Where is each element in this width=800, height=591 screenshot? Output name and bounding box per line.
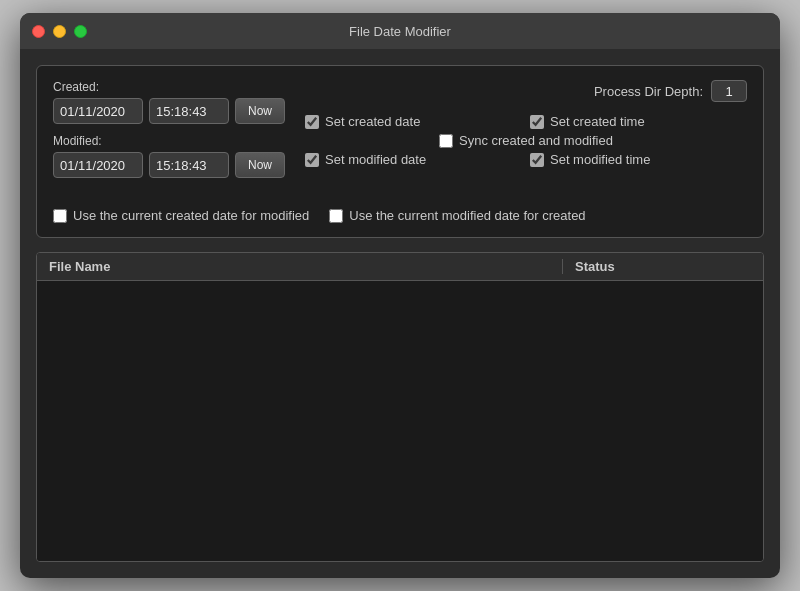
- set-modified-date-label: Set modified date: [325, 152, 426, 167]
- content-area: Created: Now Modified: Now P: [20, 49, 780, 578]
- bottom-options: Use the current created date for modifie…: [53, 198, 747, 223]
- set-created-time-label: Set created time: [550, 114, 645, 129]
- set-created-date-row[interactable]: Set created date: [305, 114, 522, 129]
- right-section: Process Dir Depth: Set created date Set …: [305, 80, 747, 188]
- window-title: File Date Modifier: [349, 24, 451, 39]
- sync-created-modified-row[interactable]: Sync created and modified: [305, 133, 747, 148]
- use-created-for-modified-label: Use the current created date for modifie…: [73, 208, 309, 223]
- created-date-input[interactable]: [53, 98, 143, 124]
- close-button[interactable]: [32, 25, 45, 38]
- table-body: [37, 281, 763, 561]
- sync-created-modified-label: Sync created and modified: [459, 133, 613, 148]
- maximize-button[interactable]: [74, 25, 87, 38]
- use-created-for-modified-checkbox[interactable]: [53, 209, 67, 223]
- titlebar: File Date Modifier: [20, 13, 780, 49]
- use-modified-for-created-label: Use the current modified date for create…: [349, 208, 585, 223]
- use-modified-for-created-checkbox[interactable]: [329, 209, 343, 223]
- main-window: File Date Modifier Created: Now Modified…: [20, 13, 780, 578]
- modified-time-input[interactable]: [149, 152, 229, 178]
- created-time-input[interactable]: [149, 98, 229, 124]
- top-panel-inner: Created: Now Modified: Now P: [53, 80, 747, 188]
- set-created-time-row[interactable]: Set created time: [530, 114, 747, 129]
- process-dir-label: Process Dir Depth:: [594, 84, 703, 99]
- created-now-button[interactable]: Now: [235, 98, 285, 124]
- created-date-row: Now: [53, 98, 285, 124]
- process-dir-row: Process Dir Depth:: [305, 80, 747, 102]
- process-dir-input[interactable]: [711, 80, 747, 102]
- set-modified-date-row[interactable]: Set modified date: [305, 152, 522, 167]
- top-panel: Created: Now Modified: Now P: [36, 65, 764, 238]
- modified-label: Modified:: [53, 134, 285, 148]
- minimize-button[interactable]: [53, 25, 66, 38]
- use-created-for-modified-row[interactable]: Use the current created date for modifie…: [53, 208, 309, 223]
- set-modified-time-label: Set modified time: [550, 152, 650, 167]
- set-created-date-label: Set created date: [325, 114, 420, 129]
- col-filename: File Name: [37, 259, 563, 274]
- created-label: Created:: [53, 80, 285, 94]
- modified-date-row: Now: [53, 152, 285, 178]
- table-header: File Name Status: [37, 253, 763, 281]
- traffic-lights: [32, 25, 87, 38]
- left-section: Created: Now Modified: Now: [53, 80, 285, 188]
- sync-created-modified-checkbox[interactable]: [439, 134, 453, 148]
- set-created-time-checkbox[interactable]: [530, 115, 544, 129]
- checkboxes-grid: Set created date Set created time Sync c…: [305, 114, 747, 167]
- set-modified-time-row[interactable]: Set modified time: [530, 152, 747, 167]
- modified-now-button[interactable]: Now: [235, 152, 285, 178]
- set-modified-date-checkbox[interactable]: [305, 153, 319, 167]
- file-table: File Name Status: [36, 252, 764, 562]
- set-created-date-checkbox[interactable]: [305, 115, 319, 129]
- modified-date-input[interactable]: [53, 152, 143, 178]
- col-status: Status: [563, 259, 763, 274]
- use-modified-for-created-row[interactable]: Use the current modified date for create…: [329, 208, 585, 223]
- set-modified-time-checkbox[interactable]: [530, 153, 544, 167]
